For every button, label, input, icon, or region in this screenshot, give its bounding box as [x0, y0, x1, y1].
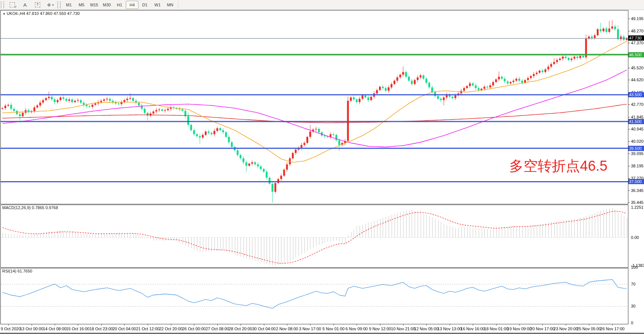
window-bottom-border [0, 333, 644, 334]
price-axis-label: 40.020 [631, 139, 644, 144]
rsi-scale-label: 100 [631, 265, 638, 270]
price-axis-label: 40.945 [631, 127, 644, 131]
price-axis-tick [628, 19, 630, 19]
time-axis-tick [194, 324, 194, 325]
time-axis-label: 20 Nov 17:00 [530, 327, 554, 331]
macd-indicator-label: MACD(12,26,9) 0.7865 0.9768 [2, 205, 58, 210]
time-axis-tick [8, 324, 9, 325]
time-axis-tick [612, 324, 613, 325]
time-axis-label: 20 Oct 04:00 [113, 327, 136, 331]
time-axis-label: 13 Nov 13:00 [437, 327, 462, 331]
price-axis-tick [628, 117, 630, 117]
symbol-ohlc-label[interactable]: ▼UKOil-,H4 47.810 47.860 47.550 47.730 [3, 11, 80, 16]
time-axis-label: 14 Oct 08:00 [43, 327, 67, 331]
price-line-badge: 43.500 [628, 92, 644, 97]
time-axis-tick [55, 324, 55, 325]
rsi-scale-label: 70 [631, 282, 635, 286]
price-axis-tick [628, 178, 630, 179]
time-axis-tick [542, 324, 543, 325]
price-axis-label: 47.370 [631, 41, 644, 45]
price-axis-label: 39.095 [631, 151, 644, 156]
rsi-scale-label: 30 [631, 304, 635, 308]
time-axis-label: 21 Oct 12:00 [136, 327, 160, 331]
price-axis-tick [628, 129, 630, 129]
price-axis-tick [628, 31, 630, 31]
time-axis-label: 16 Nov 16:00 [460, 327, 485, 331]
macd-scale-label: 1.2251 [631, 205, 644, 209]
price-line-badge: 41.500 [628, 119, 644, 124]
price-axis-label: 38.195 [631, 164, 644, 168]
time-axis-label: 13 Oct 00:00 [20, 327, 44, 331]
time-axis-label: 18 Oct 23:00 [90, 327, 113, 331]
time-axis-tick [171, 324, 171, 325]
price-axis-tick [628, 190, 630, 191]
time-axis-tick [334, 324, 334, 325]
time-axis-label: 26 Nov 17:00 [600, 327, 624, 331]
time-axis-tick [217, 324, 218, 325]
price-line-badge: 46.500 [628, 52, 644, 57]
price-line-badge: 39.500 [628, 146, 644, 151]
time-axis-tick [240, 324, 241, 325]
price-axis-tick [628, 141, 630, 142]
time-axis-tick [32, 324, 32, 325]
time-axis-label: 10 Nov 21:00 [391, 327, 415, 331]
price-axis-tick [628, 104, 630, 105]
time-axis-tick [566, 324, 566, 325]
price-axis-label: 45.520 [631, 66, 644, 70]
price-line-badge: 47.730 [628, 35, 644, 41]
time-axis-label: 2 Nov 08:00 [276, 327, 298, 331]
time-axis-tick [589, 324, 589, 325]
time-axis-tick [287, 324, 287, 325]
time-axis-tick [450, 324, 450, 325]
time-axis-tick [148, 324, 148, 325]
time-axis-label: 15 Oct 16:00 [66, 327, 90, 331]
time-axis-tick [264, 324, 264, 325]
rsi-scale-label: 0 [631, 321, 633, 325]
time-axis-label: 27 Oct 08:00 [206, 327, 229, 331]
price-axis-label: 48.270 [631, 29, 644, 33]
time-axis-label: 22 Oct 20:00 [159, 327, 183, 331]
time-axis-tick [519, 324, 520, 325]
price-axis-label: 36.345 [631, 188, 644, 193]
price-axis-tick [628, 166, 630, 166]
price-axis-tick [628, 68, 630, 68]
time-axis-label: 3 Nov 17:00 [299, 327, 321, 331]
price-axis-label: 44.620 [631, 78, 644, 82]
price-axis-label: 35.445 [631, 200, 644, 205]
time-axis-tick [426, 324, 427, 325]
time-axis-label: 23 Nov 20:00 [554, 327, 578, 331]
time-axis-label: 30 Oct 04:00 [252, 327, 276, 331]
time-axis-label: 28 Oct 20:00 [229, 327, 252, 331]
time-axis-label: 19 Nov 09:00 [507, 327, 531, 331]
price-axis-label: 42.770 [631, 102, 644, 107]
macd-scale-label: 0.00 [631, 235, 639, 240]
time-axis-label: 25 Nov 05:00 [577, 327, 601, 331]
time-axis-label: 18 Nov 01:00 [484, 327, 508, 331]
time-axis-tick [78, 324, 78, 325]
time-axis-tick [380, 324, 380, 325]
price-axis-label: 49.195 [631, 16, 644, 21]
time-axis-tick [101, 324, 102, 325]
price-line-badge: 37.000 [628, 179, 644, 184]
rsi-pane[interactable] [0, 268, 628, 324]
time-axis-label: 9 Nov 12:00 [369, 327, 391, 331]
price-axis-tick [628, 43, 630, 43]
time-axis-label: 26 Oct 00:00 [182, 327, 206, 331]
price-axis-tick [628, 202, 630, 203]
time-axis-label: 6 Nov 09:00 [345, 327, 367, 331]
time-axis-label: 12 Nov 05:00 [414, 327, 438, 331]
price-axis-tick [628, 80, 630, 80]
time-axis-tick [496, 324, 497, 325]
time-axis-label: 9 Oct 2020 [1, 327, 21, 331]
time-axis-tick [124, 324, 125, 325]
chart-dropdown-icon[interactable]: ▼ [3, 12, 6, 16]
macd-pane[interactable] [0, 205, 628, 268]
mt4-window: F A T ❖ ▾ M1M5M15M30H1H4D1W1MN ▼UKOil-,H… [0, 0, 644, 334]
time-axis-label: 5 Nov 01:00 [322, 327, 344, 331]
time-axis-tick [310, 324, 310, 325]
price-axis-tick [628, 154, 630, 154]
time-axis-tick [473, 324, 473, 325]
rsi-indicator-label: RSI(14) 61.7650 [2, 269, 32, 273]
chart-text-annotation: 多空转折点46.5 [509, 157, 608, 176]
time-axis-tick [403, 324, 404, 325]
